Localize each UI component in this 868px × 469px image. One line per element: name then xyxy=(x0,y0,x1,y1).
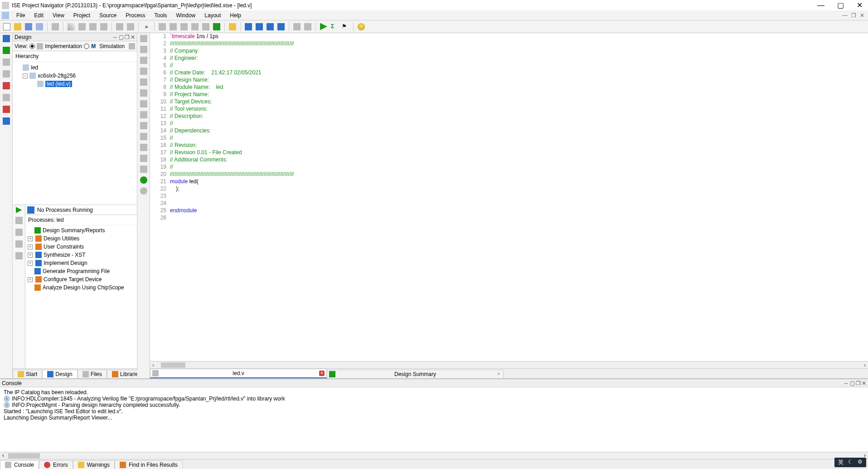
menu-source[interactable]: Source xyxy=(95,12,121,19)
redo-button[interactable] xyxy=(126,22,136,32)
process-row[interactable]: Analyze Design Using ChipScope xyxy=(26,283,136,292)
child-close-button[interactable]: ✕ xyxy=(860,12,864,19)
zoomin-button[interactable] xyxy=(157,22,167,32)
margin-icon-11[interactable] xyxy=(140,144,147,151)
menu-file[interactable]: File xyxy=(12,12,29,19)
menu-tools[interactable]: Tools xyxy=(150,12,172,19)
run-button[interactable] xyxy=(319,22,329,32)
process-row[interactable]: Generate Programming File xyxy=(26,267,136,275)
minimize-button[interactable]: — xyxy=(817,2,824,9)
refresh-button[interactable] xyxy=(212,22,222,32)
editor-tab-summary[interactable]: Design Summary × xyxy=(327,370,504,378)
hierarchy-root[interactable]: led xyxy=(23,64,136,72)
menu-help[interactable]: Help xyxy=(225,12,246,19)
undo-button[interactable] xyxy=(115,22,125,32)
proc-strip-4[interactable] xyxy=(15,252,23,259)
cut-button[interactable] xyxy=(66,22,76,32)
whatsthis-button[interactable] xyxy=(303,22,313,32)
strip-icon-4[interactable] xyxy=(3,70,10,78)
strip-icon-8[interactable] xyxy=(3,117,10,125)
zoomfit-button[interactable] xyxy=(179,22,189,32)
menu-edit[interactable]: Edit xyxy=(29,12,48,19)
ime-indicator[interactable]: 英 xyxy=(838,459,844,466)
margin-back-icon[interactable] xyxy=(140,176,147,184)
margin-icon-6[interactable] xyxy=(140,89,147,97)
maximize-button[interactable]: ▢ xyxy=(837,2,844,9)
margin-fwd-icon[interactable] xyxy=(140,187,147,195)
menu-view[interactable]: View xyxy=(48,12,69,19)
hierarchy-device[interactable]: −xc6slx9-2ftg256 xyxy=(23,72,136,80)
summary-tab-close-icon[interactable]: × xyxy=(496,371,501,377)
process-row[interactable]: +Synthesize - XST xyxy=(26,251,136,259)
console-max-icon[interactable]: ❐ xyxy=(856,380,861,386)
process-row[interactable]: Design Summary/Reports xyxy=(26,226,136,234)
close-button[interactable]: ✕ xyxy=(857,2,863,9)
console-undock-icon[interactable]: ↔ xyxy=(844,380,849,386)
delete-button[interactable] xyxy=(99,22,109,32)
panel-max-icon[interactable]: ❐ xyxy=(125,34,130,40)
console-float-icon[interactable]: ▢ xyxy=(850,380,855,386)
margin-icon-9[interactable] xyxy=(140,122,147,129)
tile-h-button[interactable] xyxy=(243,22,253,32)
console-tab-errors[interactable]: Errors xyxy=(39,460,73,469)
strip-icon-7[interactable] xyxy=(3,106,10,113)
proc-strip-3[interactable] xyxy=(15,240,23,248)
zoomout-button[interactable] xyxy=(168,22,178,32)
process-row[interactable]: +Design Utilities xyxy=(26,234,136,243)
process-row[interactable]: +Implement Design xyxy=(26,259,136,267)
menu-layout[interactable]: Layout xyxy=(200,12,225,19)
margin-icon-10[interactable] xyxy=(140,133,147,140)
implementation-radio[interactable] xyxy=(29,44,35,49)
process-row[interactable]: +User Constraints xyxy=(26,243,136,251)
run-process-icon[interactable] xyxy=(16,207,22,213)
strip-icon-3[interactable] xyxy=(3,59,10,66)
saveall-button[interactable] xyxy=(34,22,44,32)
console-tab-warnings[interactable]: Warnings xyxy=(73,460,115,469)
panel-close-icon[interactable]: ✕ xyxy=(131,34,135,40)
menu-process[interactable]: Process xyxy=(121,12,150,19)
margin-icon-3[interactable] xyxy=(140,57,147,64)
console-tab-find[interactable]: Find in Files Results xyxy=(115,460,183,469)
tab-files[interactable]: Files xyxy=(78,370,107,378)
margin-icon-2[interactable] xyxy=(140,46,147,53)
process-row[interactable]: +Configure Target Device xyxy=(26,275,136,283)
panel-float-icon[interactable]: ▢ xyxy=(119,34,124,40)
print-button[interactable] xyxy=(50,22,60,32)
margin-icon-7[interactable] xyxy=(140,100,147,107)
margin-icon-13[interactable] xyxy=(140,166,147,173)
code-view[interactable]: 1`timescale 1ns / 1ps2//////////////////… xyxy=(150,33,868,361)
hierarchy-file[interactable]: led (led.v) xyxy=(37,80,136,88)
strip-icon-5[interactable] xyxy=(3,82,10,89)
moon-icon[interactable]: ☾ xyxy=(848,459,853,466)
view-menu-icon[interactable] xyxy=(129,43,135,49)
proc-strip-2[interactable] xyxy=(15,229,23,236)
flag-button[interactable]: ⚑ xyxy=(340,22,350,32)
file-tab-close-icon[interactable]: × xyxy=(319,371,325,376)
strip-icon-1[interactable] xyxy=(3,35,10,42)
process-refresh-icon[interactable] xyxy=(27,206,34,214)
gear-icon[interactable]: ⚙ xyxy=(858,459,863,466)
editor-tab-file[interactable]: led.v × xyxy=(150,369,327,378)
margin-icon-4[interactable] xyxy=(140,68,147,75)
more-button[interactable]: » xyxy=(141,22,151,32)
sigma-button[interactable]: Σ xyxy=(330,22,339,32)
highlight-button[interactable] xyxy=(228,22,238,32)
child-restore-button[interactable]: ❐ xyxy=(851,12,856,19)
tab-design[interactable]: Design xyxy=(42,370,77,378)
proc-strip-1[interactable] xyxy=(15,217,23,224)
strip-icon-6[interactable] xyxy=(3,94,10,101)
margin-icon-5[interactable] xyxy=(140,78,147,86)
margin-icon-1[interactable] xyxy=(140,35,147,42)
tip-button[interactable] xyxy=(356,22,366,32)
menu-project[interactable]: Project xyxy=(69,12,95,19)
strip-icon-2[interactable] xyxy=(3,47,10,54)
tab-start[interactable]: Start xyxy=(13,370,42,378)
arrange-button[interactable] xyxy=(276,22,286,32)
zoom-button[interactable] xyxy=(190,22,200,32)
console-hscrollbar[interactable]: ‹ › xyxy=(0,452,868,459)
paste-button[interactable] xyxy=(88,22,98,32)
copy-button[interactable] xyxy=(77,22,87,32)
open-button[interactable] xyxy=(13,22,23,32)
editor-hscrollbar[interactable]: ‹› xyxy=(150,361,868,368)
console-close-icon[interactable]: ✕ xyxy=(862,380,866,386)
